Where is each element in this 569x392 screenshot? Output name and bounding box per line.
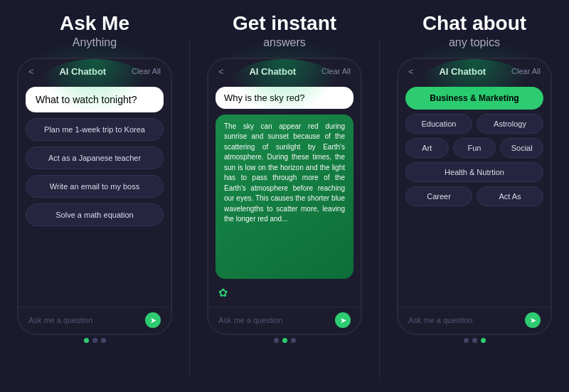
suggestion-2[interactable]: Act as a Japanese teacher <box>26 147 164 169</box>
footer-placeholder-1: Ask me a question <box>28 316 139 324</box>
send-button-3[interactable]: ➤ <box>525 312 541 328</box>
topic-row-2: Art Fun Social <box>405 138 543 158</box>
dot-3-3 <box>481 338 486 343</box>
send-button-1[interactable]: ➤ <box>145 312 161 328</box>
back-icon-3[interactable]: < <box>408 66 414 77</box>
footer-placeholder-2: Ask me a question <box>218 316 329 324</box>
topic-fun[interactable]: Fun <box>453 138 496 158</box>
phone-title-3: AI Chatbot <box>439 66 486 77</box>
dot-2-3 <box>291 338 296 343</box>
topic-education[interactable]: Education <box>405 114 472 134</box>
dot-2-1 <box>274 338 279 343</box>
back-icon-2[interactable]: < <box>218 66 224 77</box>
phone-footer-3: Ask me a question ➤ <box>398 307 551 334</box>
panel-1-subtitle: Anything <box>73 36 117 49</box>
send-button-2[interactable]: ➤ <box>335 312 351 328</box>
question-bubble-2: Why is the sky red? <box>216 87 353 109</box>
panel-3-title: Chat about <box>422 13 526 35</box>
topic-highlight[interactable]: Business & Marketing <box>405 87 543 110</box>
dot-1-1 <box>84 338 89 343</box>
topic-health[interactable]: Health & Nutrtion <box>405 162 543 182</box>
phone-title-2: AI Chatbot <box>249 66 296 77</box>
clear-btn-1[interactable]: Clear All <box>132 67 161 75</box>
clear-btn-2[interactable]: Clear All <box>321 67 351 75</box>
dot-3-1 <box>464 338 469 343</box>
question-bubble-1: What to watch tonight? <box>26 87 164 112</box>
topic-row-3: Health & Nutrtion <box>405 162 543 182</box>
dot-2-2 <box>282 338 287 343</box>
phone-header-3: < AI Chatbot Clear All <box>398 59 551 81</box>
phone-header-2: < AI Chatbot Clear All <box>208 59 361 81</box>
phone-screen-1: < AI Chatbot Clear All What to watch ton… <box>17 58 172 335</box>
panel-3-subtitle: any topics <box>449 36 500 49</box>
dot-1-2 <box>92 338 97 343</box>
panel-1: Ask Me Anything < AI Chatbot Clear All W… <box>0 0 189 392</box>
topic-actas[interactable]: Act As <box>477 186 543 206</box>
suggestion-1[interactable]: Plan me 1-week trip to Korea <box>26 118 164 141</box>
suggestion-3[interactable]: Write an email to my boss <box>26 175 164 198</box>
clear-btn-3[interactable]: Clear All <box>511 67 541 75</box>
dot-1-3 <box>101 338 106 343</box>
panel-2: Get instant answers < AI Chatbot Clear A… <box>190 0 379 392</box>
phone-header-1: < AI Chatbot Clear All <box>18 59 171 81</box>
panel-3: Chat about any topics < AI Chatbot Clear… <box>380 0 569 392</box>
panel-2-title: Get instant <box>233 13 336 35</box>
phone-footer-1: Ask me a question ➤ <box>18 307 171 334</box>
panel-1-title: Ask Me <box>60 13 129 35</box>
phone-screen-2: < AI Chatbot Clear All Why is the sky re… <box>207 58 362 335</box>
dot-3-2 <box>472 338 477 343</box>
phone-title-1: AI Chatbot <box>59 66 106 77</box>
phone-screen-3: < AI Chatbot Clear All Business & Market… <box>397 58 552 335</box>
answer-bubble: The sky can appear red during sunrise an… <box>216 115 353 279</box>
suggestion-4[interactable]: Solve a math equation <box>26 203 164 226</box>
back-icon-1[interactable]: < <box>28 66 34 77</box>
topic-art[interactable]: Art <box>405 138 449 158</box>
topic-career[interactable]: Career <box>405 186 472 206</box>
panel-2-subtitle: answers <box>263 36 306 49</box>
topic-social[interactable]: Social <box>500 138 543 158</box>
topic-row-1: Education Astrology <box>405 114 543 134</box>
topic-astrology[interactable]: Astrology <box>477 114 543 134</box>
footer-placeholder-3: Ask me a question <box>408 316 519 324</box>
topic-row-4: Career Act As <box>405 186 543 206</box>
phone-footer-2: Ask me a question ➤ <box>208 307 361 334</box>
